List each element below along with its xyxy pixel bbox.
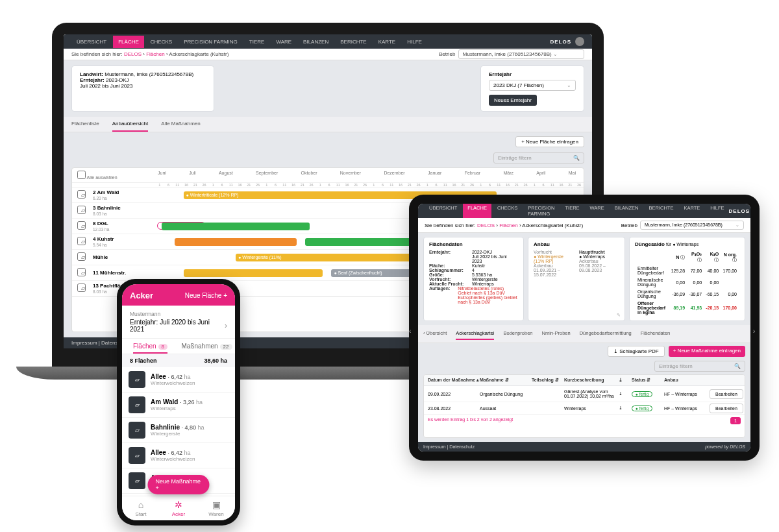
anbau-card: Anbau Vorfrucht ● Wintergerste (11% RP) … — [528, 237, 625, 321]
bottom-nav: ⌂Start✲Acker▣Waren — [122, 496, 235, 520]
nav-hilfe[interactable]: HILFE — [402, 36, 427, 48]
list-item[interactable]: ▱Bahnlinie · 4,80 haWintergerste — [122, 418, 235, 443]
laptop-tabs: FlächenlisteAnbauübersichtAlle Maßnahmen — [64, 117, 592, 132]
avatar[interactable] — [575, 37, 584, 46]
breadcrumb: Sie befinden sich hier: DELOS › Flächen … — [418, 218, 750, 233]
subtab-4[interactable]: Düngebedarfsermittlung — [580, 328, 632, 340]
brand-logo: DELOS — [550, 37, 584, 46]
laptop-topbar: ÜBERSICHTFLÄCHECHECKSPRECISION FARMINGTI… — [64, 34, 592, 49]
field-icon: ▱ — [81, 239, 93, 245]
field-icon: ▱ — [81, 254, 93, 260]
neue-massnahme-fab[interactable]: Neue Maßnahme + — [148, 475, 210, 494]
breadcrumb: Sie befinden sich hier: DELOS › Flächen … — [64, 49, 592, 60]
field-icon: ▱ — [81, 270, 93, 276]
schlagkarte-pdf-button[interactable]: ⤓ Schlagkarte PDF — [608, 346, 665, 357]
nav-übersicht[interactable]: ÜBERSICHT — [71, 36, 112, 48]
nav-tiere[interactable]: TIERE — [244, 36, 270, 48]
phone-tabs: Flächen8Maßnahmen22 — [122, 339, 235, 354]
pager-info: Es werden Eintrag 1 bis 2 von 2 angezeig… — [428, 417, 513, 424]
subtab-2[interactable]: Bodenproben — [503, 328, 532, 340]
bearbeiten-button[interactable]: Bearbeiten — [710, 404, 743, 413]
neue-flaeche-button[interactable]: + Neue Fläche eintragen — [515, 136, 584, 147]
chevron-right-icon — [225, 321, 227, 330]
field-icon: ▱ — [129, 371, 145, 388]
list-summary: 8 Flächen38,60 ha — [122, 354, 235, 367]
tablet-topbar: ÜBERSICHTFLÄCHECHECKSPRECISION FARMINGTI… — [418, 204, 750, 218]
download-icon[interactable]: ⤓ — [619, 391, 632, 396]
nav-karte[interactable]: KARTE — [373, 36, 401, 48]
detail-tabs: ‹ ÜbersichtAckerschlagkarteiBodenprobenN… — [418, 325, 750, 343]
erntejahr-select[interactable]: 2023 DKJ (7 Flächen) — [489, 80, 576, 91]
betrieb-select[interactable]: Mustermann, Imke (2760512345678B) — [458, 49, 584, 59]
nav-precision farming[interactable]: PRECISION FARMING — [179, 36, 243, 48]
select-all-checkbox[interactable] — [77, 171, 86, 179]
tab-0[interactable]: Flächenliste — [71, 117, 99, 132]
tab-maßnahmen[interactable]: Maßnahmen22 — [179, 339, 235, 354]
bottomnav-start[interactable]: ⌂Start — [122, 496, 160, 520]
neues-erntejahr-button[interactable]: Neues Erntejahr — [489, 95, 537, 106]
tab-2[interactable]: Alle Maßnahmen — [161, 117, 200, 132]
field-icon: ▱ — [129, 447, 145, 464]
phone-device: Acker Neue Fläche + Mustermann Erntejahr… — [117, 279, 240, 526]
massnahmen-table: Datum der Maßnahme ▴Maßnahme ⇵Teilschlag… — [423, 374, 745, 438]
neue-massnahme-button[interactable]: + Neue Maßnahme eintragen — [669, 346, 745, 357]
main-nav: ÜBERSICHTFLÄCHECHECKSPRECISION FARMINGTI… — [71, 36, 427, 48]
nav-bilanzen[interactable]: BILANZEN — [298, 36, 334, 48]
bottomnav-acker[interactable]: ✲Acker — [160, 496, 197, 520]
nav-berichte[interactable]: BERICHTE — [335, 36, 371, 48]
list-item[interactable]: ▱Allee · 6,42 haWinterweichweizen — [122, 367, 235, 393]
list-item[interactable]: ▱Am Wald · 3,26 haWinterraps — [122, 393, 235, 418]
filter-input[interactable]: Einträge filtern🔍 — [493, 152, 584, 163]
tablet-device: ÜBERSICHTFLÄCHECHECKSPRECISION FARMINGTI… — [409, 195, 760, 461]
list-item[interactable]: ▱Allee · 6,42 haWinterweichweizen — [122, 443, 235, 468]
info-card: Landwirt: Mustermann, Imke (276051234567… — [71, 66, 214, 112]
neue-flaeche-button[interactable]: Neue Fläche + — [185, 292, 227, 299]
field-icon: ▱ — [81, 192, 93, 198]
flaechendaten-card: Flächendaten Erntejahr:2022-DKJ Juli 202… — [423, 237, 524, 321]
field-icon: ▱ — [81, 208, 93, 213]
subtab-0[interactable]: ‹ Übersicht — [423, 328, 447, 340]
phone-header: Acker Neue Fläche + — [122, 284, 235, 306]
field-icon: ▱ — [129, 422, 145, 439]
page-1[interactable]: 1 — [730, 417, 741, 424]
erntejahr-card: Erntejahr 2023 DKJ (7 Flächen) Neues Ern… — [480, 66, 584, 112]
field-icon: ▱ — [81, 223, 93, 229]
filter-input[interactable]: Einträge filtern🔍 — [654, 361, 745, 372]
duengesaldo-card: Düngesaldo für ● Winterraps N ⓘP₂O₅ ⓘK₂O… — [629, 237, 745, 321]
brand-logo: DELOS — [729, 206, 750, 215]
field-icon: ▱ — [129, 472, 145, 489]
field-icon: ▱ — [129, 396, 145, 413]
subtab-3[interactable]: Nmin-Proben — [542, 328, 571, 340]
table-row[interactable]: 23.08.2022AussaatWinterraps⤓● fertigHF –… — [424, 402, 745, 415]
phone-subheader[interactable]: Mustermann Erntejahr: Juli 2020 bis Juni… — [122, 306, 235, 339]
edit-icon[interactable]: ✎ — [617, 313, 621, 318]
subtab-1[interactable]: Ackerschlagkartei — [456, 328, 494, 340]
subtab-5[interactable]: Flächendaten — [641, 328, 670, 340]
nav-checks[interactable]: CHECKS — [145, 36, 177, 48]
field-icon: ▱ — [81, 285, 93, 291]
page-title: Acker — [130, 291, 153, 300]
bearbeiten-button[interactable]: Bearbeiten — [710, 389, 743, 399]
bottomnav-waren[interactable]: ▣Waren — [197, 496, 235, 520]
tab-1[interactable]: Anbauübersicht — [112, 117, 149, 132]
download-icon[interactable]: ⤓ — [619, 405, 632, 411]
nav-ware[interactable]: WARE — [271, 36, 297, 48]
footer: Impressum | Datenschutzpowered by DELOS — [418, 442, 750, 452]
tab-flächen[interactable]: Flächen8 — [122, 339, 179, 354]
nav-fläche[interactable]: FLÄCHE — [113, 36, 144, 48]
betrieb-select[interactable]: Mustermann, Imke (2760512345678B) — [640, 221, 744, 230]
table-row[interactable]: 09.09.2022Organische DüngungGärrest (Ana… — [424, 386, 745, 402]
